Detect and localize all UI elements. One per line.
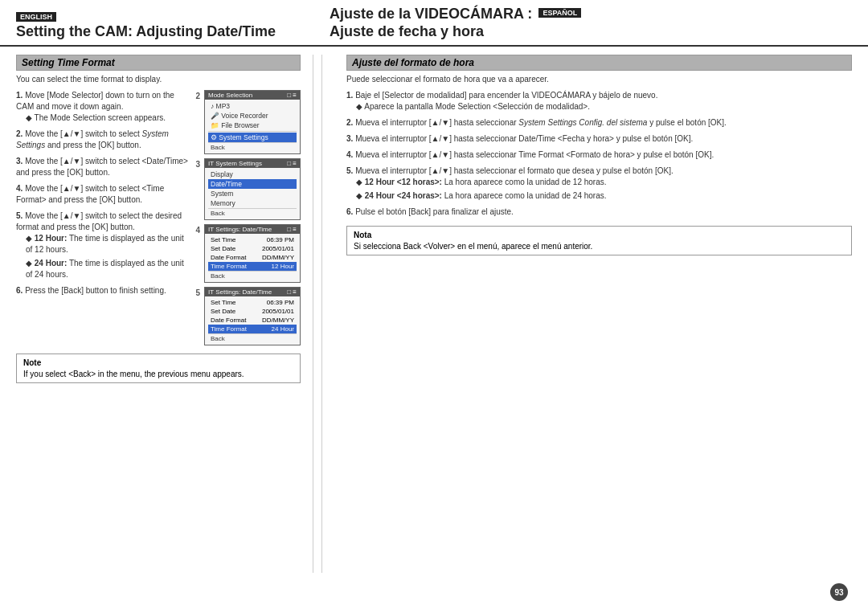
espanol-badge: ESPAÑOL: [538, 8, 581, 18]
panel5-row-setdate: Set Date2005/01/01: [208, 307, 297, 316]
panel2-back: Back: [208, 142, 297, 152]
nota-text: Si selecciona Back <Volver> en el menú, …: [354, 242, 845, 251]
left-steps: 1. Move [Mode Selector] down to turn on …: [16, 90, 189, 345]
main-content: Setting Time Format You can select the t…: [0, 47, 868, 581]
panel5-row-timeformat: Time Format24 Hour: [208, 325, 297, 333]
panel4-row-dateformat: Date FormatDD/MM/YY: [208, 253, 297, 262]
panel2-header: Mode Selection □ ≡: [205, 91, 300, 100]
panel4-row-timeformat: Time Format12 Hour: [208, 262, 297, 271]
panel4-row-setdate: Set Date2005/01/01: [208, 244, 297, 253]
title-right-line2: Ajuste de fecha y hora: [330, 24, 852, 40]
header-left: ENGLISH Setting the CAM: Adjusting Date/…: [16, 11, 313, 40]
right-step-4: 4. Mueva el interruptor [▲/▼] hasta sele…: [346, 149, 852, 161]
panel5-number: 5: [195, 287, 200, 297]
panel2-item-voice: 🎤 Voice Recorder: [208, 111, 297, 121]
panel2: Mode Selection □ ≡ ♪ MP3 🎤 Voice Recorde…: [204, 90, 301, 154]
nota-title: Nota: [354, 231, 845, 239]
panel2-number: 2: [195, 90, 200, 100]
nota-box: Nota Si selecciona Back <Volver> en el m…: [346, 226, 852, 255]
step-2: 2. Move the [▲/▼] switch to select Syste…: [16, 129, 189, 151]
note-text: If you select <Back> in the menu, the pr…: [23, 370, 293, 378]
step-3: 3. Move the [▲/▼] switch to select <Date…: [16, 156, 189, 178]
panel4-header: IT Settings: Date/Time □ ≡: [205, 225, 300, 234]
panel5-back: Back: [208, 333, 297, 343]
panel3-item-memory: Memory: [208, 198, 297, 208]
step-5: 5. Move the [▲/▼] switch to select the d…: [16, 210, 189, 280]
panel2-item-file: 📁 File Browser: [208, 121, 297, 130]
panel3: IT System Settings □ ≡ Display Date/Time…: [204, 158, 301, 220]
header-right-top: Ajuste de la VIDEOCÁMARA : ESPAÑOL: [330, 6, 852, 22]
right-step-3: 3. Mueva el interruptor [▲/▼] hasta sele…: [346, 133, 852, 145]
page-header: ENGLISH Setting the CAM: Adjusting Date/…: [0, 0, 868, 47]
panel2-item-mp3: ♪ MP3: [208, 101, 297, 111]
note-box: Note If you select <Back> in the menu, t…: [16, 353, 301, 383]
english-badge: ENGLISH: [16, 12, 56, 22]
panel3-number: 3: [195, 158, 200, 169]
step-6: 6. Press the [Back] button to finish set…: [16, 285, 189, 296]
panels-column: 2 Mode Selection □ ≡ ♪ MP3 🎤 Voice Recor…: [195, 90, 301, 345]
panel5-row-settime: Set Time06:39 PM: [208, 298, 297, 307]
right-intro: Puede seleccionar el formato de hora que…: [346, 75, 852, 84]
panel3-item-system: System: [208, 189, 297, 198]
title-right-line1: Ajuste de la VIDEOCÁMARA :: [330, 6, 532, 22]
panel2-body: ♪ MP3 🎤 Voice Recorder 📁 File Browser ⚙ …: [205, 100, 300, 153]
right-section-header: Ajuste del formato de hora: [346, 55, 852, 71]
panel4-row: 4 IT Settings: Date/Time □ ≡ Set Time06:…: [195, 224, 301, 283]
note-title: Note: [23, 358, 293, 367]
page: ENGLISH Setting the CAM: Adjusting Date/…: [0, 0, 868, 613]
panel5: IT Settings: Date/Time □ ≡ Set Time06:39…: [204, 287, 301, 345]
step-1: 1. Move [Mode Selector] down to turn on …: [16, 90, 189, 124]
panel5-row: 5 IT Settings: Date/Time □ ≡ Set Time06:…: [195, 287, 301, 345]
center-divider: [321, 55, 322, 573]
panel4: IT Settings: Date/Time □ ≡ Set Time06:39…: [204, 224, 301, 283]
right-step-2: 2. Mueva el interruptor [▲/▼] hasta sele…: [346, 117, 852, 129]
panel4-number: 4: [195, 224, 200, 235]
right-step-1: 1. Baje el [Selector de modalidad] para …: [346, 90, 852, 112]
right-column: Ajuste del formato de hora Puede selecci…: [330, 55, 852, 573]
panel3-header: IT System Settings □ ≡: [205, 159, 300, 168]
left-steps-panels: 1. Move [Mode Selector] down to turn on …: [16, 90, 301, 345]
panel3-body: Display Date/Time System Memory Back: [205, 168, 300, 219]
panel4-body: Set Time06:39 PM Set Date2005/01/01 Date…: [205, 234, 300, 282]
panel5-row-dateformat: Date FormatDD/MM/YY: [208, 316, 297, 325]
panel5-body: Set Time06:39 PM Set Date2005/01/01 Date…: [205, 296, 300, 345]
panel3-item-display: Display: [208, 170, 297, 179]
title-left: Setting the CAM: Adjusting Date/Time: [16, 24, 313, 40]
left-column: Setting Time Format You can select the t…: [16, 55, 313, 573]
panel5-header: IT Settings: Date/Time □ ≡: [205, 288, 300, 296]
header-right: Ajuste de la VIDEOCÁMARA : ESPAÑOL Ajust…: [313, 6, 852, 40]
panel3-item-datetime: Date/Time: [208, 179, 297, 189]
left-intro: You can select the time format to displa…: [16, 75, 301, 84]
panel4-row-settime: Set Time06:39 PM: [208, 235, 297, 244]
panel2-item-settings: ⚙ System Settings: [208, 133, 297, 142]
step-4: 4. Move the [▲/▼] switch to select <Time…: [16, 183, 189, 206]
left-section-header: Setting Time Format: [16, 55, 301, 71]
right-step-6: 6. Pulse el botón [Back] para finalizar …: [346, 206, 852, 218]
panel3-back: Back: [208, 208, 297, 218]
panel3-row: 3 IT System Settings □ ≡ Display Date/Ti…: [195, 158, 301, 220]
footer: 93: [0, 581, 868, 613]
right-step-5: 5. Mueva el interruptor [▲/▼] hasta sele…: [346, 166, 852, 202]
panel2-row: 2 Mode Selection □ ≡ ♪ MP3 🎤 Voice Recor…: [195, 90, 301, 154]
page-number: 93: [830, 583, 848, 601]
panel4-back: Back: [208, 271, 297, 280]
